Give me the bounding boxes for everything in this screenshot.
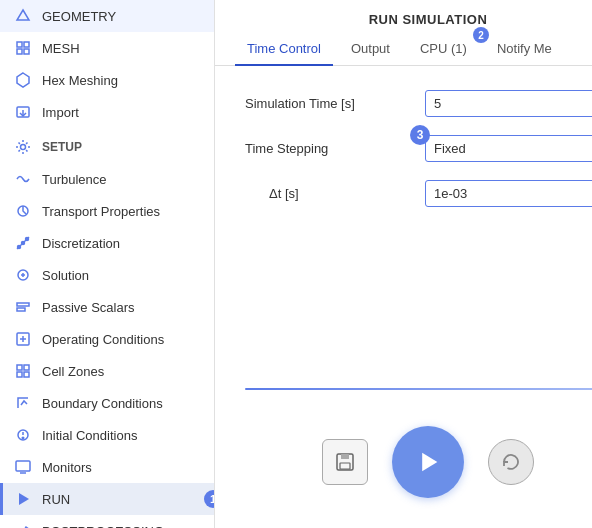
svg-rect-17: [17, 303, 29, 306]
svg-rect-33: [341, 454, 349, 459]
tab-bar: Time Control Output CPU (1) 2 Notify Me: [215, 33, 592, 66]
geometry-icon: [14, 7, 32, 25]
sidebar-item-solution[interactable]: Solution: [0, 259, 214, 291]
action-bar: [245, 410, 592, 518]
svg-rect-23: [24, 365, 29, 370]
sidebar-item-mesh[interactable]: MESH: [0, 32, 214, 64]
svg-rect-4: [24, 49, 29, 54]
sidebar-label-monitors: Monitors: [42, 460, 92, 475]
svg-rect-24: [17, 372, 22, 377]
delta-t-input[interactable]: [425, 180, 592, 207]
sidebar-label-geometry: GEOMETRY: [42, 9, 116, 24]
svg-rect-34: [340, 463, 350, 469]
import-icon: [14, 103, 32, 121]
delta-t-label: Δt [s]: [245, 186, 425, 201]
svg-point-12: [22, 242, 25, 245]
sidebar-item-transport-properties[interactable]: Transport Properties: [0, 195, 214, 227]
sidebar-label-cell-zones: Cell Zones: [42, 364, 104, 379]
annotation-badge-2: 2: [473, 27, 489, 43]
sidebar-item-passive-scalars[interactable]: Passive Scalars: [0, 291, 214, 323]
tab-time-control-label: Time Control: [247, 41, 321, 56]
svg-rect-2: [24, 42, 29, 47]
sidebar-item-cell-zones[interactable]: Cell Zones: [0, 355, 214, 387]
svg-point-13: [26, 238, 29, 241]
svg-rect-1: [17, 42, 22, 47]
hex-meshing-icon: [14, 71, 32, 89]
turbulence-icon: [14, 170, 32, 188]
run-icon: [14, 490, 32, 508]
sidebar-item-postprocessing[interactable]: POSTPROCESSING: [0, 515, 214, 528]
svg-marker-31: [19, 493, 29, 505]
sidebar-label-setup: SETUP: [42, 140, 82, 154]
tab-output-label: Output: [351, 41, 390, 56]
postprocessing-icon: [14, 522, 32, 528]
reset-button[interactable]: [488, 439, 534, 485]
sidebar-item-setup[interactable]: SETUP: [0, 128, 214, 163]
initial-conditions-icon: [14, 426, 32, 444]
tab-notify-me[interactable]: Notify Me: [485, 33, 564, 66]
operating-conditions-icon: [14, 330, 32, 348]
time-stepping-select[interactable]: Fixed Variable: [425, 135, 592, 162]
sidebar-label-mesh: MESH: [42, 41, 80, 56]
sidebar-label-passive-scalars: Passive Scalars: [42, 300, 134, 315]
play-button[interactable]: [392, 426, 464, 498]
tab-output[interactable]: Output: [339, 33, 402, 66]
sidebar-item-monitors[interactable]: Monitors: [0, 451, 214, 483]
delta-t-row: Δt [s]: [245, 180, 592, 207]
svg-point-11: [18, 246, 21, 249]
sidebar-item-operating-conditions[interactable]: Operating Conditions: [0, 323, 214, 355]
sidebar-item-import[interactable]: Import: [0, 96, 214, 128]
annotation-badge-1: 1: [204, 490, 215, 508]
section-divider: [245, 388, 592, 390]
sidebar-label-solution: Solution: [42, 268, 89, 283]
tab-cpu[interactable]: CPU (1) 2: [408, 33, 479, 66]
simulation-time-input[interactable]: [425, 90, 592, 117]
sidebar-item-discretization[interactable]: Discretization: [0, 227, 214, 259]
svg-rect-29: [16, 461, 30, 471]
time-stepping-select-wrap: Fixed Variable ▼: [425, 135, 592, 162]
sidebar-label-discretization: Discretization: [42, 236, 120, 251]
boundary-conditions-icon: [14, 394, 32, 412]
sidebar-label-initial-conditions: Initial Conditions: [42, 428, 137, 443]
sidebar-item-boundary-conditions[interactable]: Boundary Conditions: [0, 387, 214, 419]
svg-rect-25: [24, 372, 29, 377]
sidebar-label-import: Import: [42, 105, 79, 120]
time-stepping-label: Time Stepping: [245, 141, 425, 156]
sidebar-label-turbulence: Turbulence: [42, 172, 107, 187]
sidebar-label-run: RUN: [42, 492, 70, 507]
svg-marker-0: [17, 10, 29, 20]
sidebar-item-turbulence[interactable]: Turbulence: [0, 163, 214, 195]
sidebar-label-boundary-conditions: Boundary Conditions: [42, 396, 163, 411]
sidebar: GEOMETRY MESH Hex Meshing Import: [0, 0, 215, 528]
mesh-icon: [14, 39, 32, 57]
page-title: RUN SIMULATION: [215, 0, 592, 33]
sidebar-item-hex-meshing[interactable]: Hex Meshing: [0, 64, 214, 96]
simulation-time-row: Simulation Time [s]: [245, 90, 592, 117]
annotation-badge-3: 3: [410, 125, 430, 145]
tab-cpu-label: CPU (1): [420, 41, 467, 56]
tab-notify-me-label: Notify Me: [497, 41, 552, 56]
setup-icon: [14, 138, 32, 156]
sidebar-item-geometry[interactable]: GEOMETRY: [0, 0, 214, 32]
discretization-icon: [14, 234, 32, 252]
solution-icon: [14, 266, 32, 284]
simulation-time-label: Simulation Time [s]: [245, 96, 425, 111]
sidebar-label-hex-meshing: Hex Meshing: [42, 73, 118, 88]
save-button[interactable]: [322, 439, 368, 485]
main-panel: RUN SIMULATION Time Control Output CPU (…: [215, 0, 592, 528]
form-area: Simulation Time [s] Time Stepping Fixed …: [215, 66, 592, 528]
time-stepping-row: Time Stepping Fixed Variable ▼ 3: [245, 135, 592, 162]
svg-marker-35: [422, 453, 437, 472]
svg-rect-22: [17, 365, 22, 370]
sidebar-label-transport: Transport Properties: [42, 204, 160, 219]
sidebar-item-initial-conditions[interactable]: Initial Conditions: [0, 419, 214, 451]
svg-rect-3: [17, 49, 22, 54]
svg-rect-18: [17, 308, 25, 311]
svg-point-28: [22, 437, 24, 439]
tab-time-control[interactable]: Time Control: [235, 33, 333, 66]
sidebar-item-run[interactable]: RUN 1: [0, 483, 214, 515]
passive-scalars-icon: [14, 298, 32, 316]
cell-zones-icon: [14, 362, 32, 380]
svg-marker-5: [17, 73, 29, 87]
sidebar-label-postprocessing: POSTPROCESSING: [42, 524, 164, 529]
